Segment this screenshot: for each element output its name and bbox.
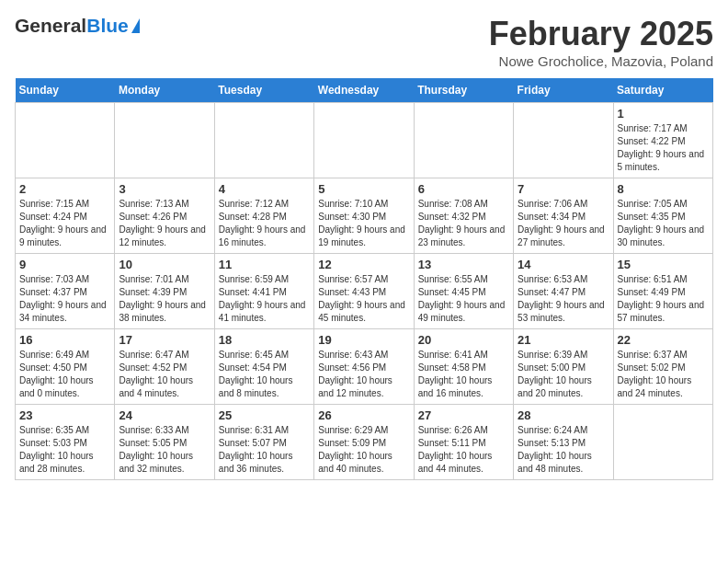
day-info: Sunrise: 7:17 AM Sunset: 4:22 PM Dayligh…	[618, 122, 709, 174]
days-of-week-row: SundayMondayTuesdayWednesdayThursdayFrid…	[16, 78, 713, 103]
day-info: Sunrise: 6:59 AM Sunset: 4:41 PM Dayligh…	[219, 273, 310, 325]
calendar-cell: 13Sunrise: 6:55 AM Sunset: 4:45 PM Dayli…	[414, 254, 513, 329]
day-info: Sunrise: 6:29 AM Sunset: 5:09 PM Dayligh…	[318, 424, 409, 476]
calendar-cell: 25Sunrise: 6:31 AM Sunset: 5:07 PM Dayli…	[214, 405, 313, 480]
calendar-cell: 8Sunrise: 7:05 AM Sunset: 4:35 PM Daylig…	[613, 178, 712, 254]
calendar-cell	[16, 103, 115, 178]
day-info: Sunrise: 7:08 AM Sunset: 4:32 PM Dayligh…	[418, 198, 509, 249]
calendar-cell: 16Sunrise: 6:49 AM Sunset: 4:50 PM Dayli…	[16, 329, 115, 405]
day-number: 22	[618, 333, 709, 347]
day-info: Sunrise: 7:13 AM Sunset: 4:26 PM Dayligh…	[119, 198, 210, 249]
calendar-cell: 17Sunrise: 6:47 AM Sunset: 4:52 PM Dayli…	[115, 329, 214, 405]
calendar-cell: 23Sunrise: 6:35 AM Sunset: 5:03 PM Dayli…	[16, 405, 115, 480]
day-number: 27	[418, 408, 509, 422]
day-info: Sunrise: 6:24 AM Sunset: 5:13 PM Dayligh…	[518, 424, 609, 476]
day-number: 9	[19, 258, 110, 271]
day-info: Sunrise: 6:33 AM Sunset: 5:05 PM Dayligh…	[119, 424, 210, 476]
day-info: Sunrise: 7:01 AM Sunset: 4:39 PM Dayligh…	[119, 273, 210, 325]
calendar-cell: 10Sunrise: 7:01 AM Sunset: 4:39 PM Dayli…	[115, 254, 214, 329]
day-info: Sunrise: 6:55 AM Sunset: 4:45 PM Dayligh…	[418, 273, 509, 325]
day-number: 13	[418, 258, 509, 271]
day-info: Sunrise: 6:31 AM Sunset: 5:07 PM Dayligh…	[219, 424, 310, 476]
calendar-cell: 27Sunrise: 6:26 AM Sunset: 5:11 PM Dayli…	[414, 405, 513, 480]
logo-blue-text: Blue	[86, 15, 129, 37]
day-number: 11	[219, 258, 310, 271]
week-row-3: 16Sunrise: 6:49 AM Sunset: 4:50 PM Dayli…	[16, 329, 713, 405]
col-header-saturday: Saturday	[613, 78, 712, 103]
calendar-cell: 28Sunrise: 6:24 AM Sunset: 5:13 PM Dayli…	[514, 405, 613, 480]
day-info: Sunrise: 7:06 AM Sunset: 4:34 PM Dayligh…	[518, 198, 609, 249]
day-info: Sunrise: 6:45 AM Sunset: 4:54 PM Dayligh…	[219, 349, 310, 400]
col-header-tuesday: Tuesday	[214, 78, 313, 103]
day-info: Sunrise: 6:57 AM Sunset: 4:43 PM Dayligh…	[318, 273, 409, 325]
calendar-cell: 26Sunrise: 6:29 AM Sunset: 5:09 PM Dayli…	[314, 405, 414, 480]
day-number: 3	[119, 182, 210, 196]
day-number: 19	[318, 333, 409, 347]
calendar-cell	[214, 103, 313, 178]
day-number: 10	[119, 258, 210, 271]
calendar-cell: 15Sunrise: 6:51 AM Sunset: 4:49 PM Dayli…	[613, 254, 712, 329]
day-number: 8	[618, 182, 709, 196]
logo-triangle-icon	[131, 18, 140, 33]
day-number: 7	[518, 182, 609, 196]
day-info: Sunrise: 6:47 AM Sunset: 4:52 PM Dayligh…	[119, 349, 210, 400]
calendar-cell: 12Sunrise: 6:57 AM Sunset: 4:43 PM Dayli…	[314, 254, 414, 329]
calendar-cell: 18Sunrise: 6:45 AM Sunset: 4:54 PM Dayli…	[214, 329, 313, 405]
calendar-cell	[115, 103, 214, 178]
calendar-cell: 7Sunrise: 7:06 AM Sunset: 4:34 PM Daylig…	[514, 178, 613, 254]
logo-general-text: General	[15, 15, 86, 37]
calendar-cell: 22Sunrise: 6:37 AM Sunset: 5:02 PM Dayli…	[613, 329, 712, 405]
calendar-cell: 9Sunrise: 7:03 AM Sunset: 4:37 PM Daylig…	[16, 254, 115, 329]
calendar-cell: 6Sunrise: 7:08 AM Sunset: 4:32 PM Daylig…	[414, 178, 513, 254]
week-row-0: 1Sunrise: 7:17 AM Sunset: 4:22 PM Daylig…	[16, 103, 713, 178]
calendar-cell: 24Sunrise: 6:33 AM Sunset: 5:05 PM Dayli…	[115, 405, 214, 480]
day-number: 25	[219, 408, 310, 422]
day-info: Sunrise: 6:39 AM Sunset: 5:00 PM Dayligh…	[518, 349, 609, 400]
day-number: 4	[219, 182, 310, 196]
col-header-wednesday: Wednesday	[314, 78, 414, 103]
calendar-cell	[514, 103, 613, 178]
calendar-header: SundayMondayTuesdayWednesdayThursdayFrid…	[16, 78, 713, 103]
calendar-cell	[613, 405, 712, 480]
day-number: 17	[119, 333, 210, 347]
day-info: Sunrise: 6:37 AM Sunset: 5:02 PM Dayligh…	[618, 349, 709, 400]
day-number: 12	[318, 258, 409, 271]
calendar-cell	[314, 103, 414, 178]
day-number: 15	[618, 258, 709, 271]
logo: General Blue	[15, 15, 140, 37]
day-number: 16	[19, 333, 110, 347]
day-number: 2	[19, 182, 110, 196]
day-info: Sunrise: 6:41 AM Sunset: 4:58 PM Dayligh…	[418, 349, 509, 400]
day-number: 21	[518, 333, 609, 347]
day-info: Sunrise: 6:49 AM Sunset: 4:50 PM Dayligh…	[19, 349, 110, 400]
week-row-2: 9Sunrise: 7:03 AM Sunset: 4:37 PM Daylig…	[16, 254, 713, 329]
header: General Blue February 2025 Nowe Grocholi…	[15, 15, 713, 69]
calendar-cell: 14Sunrise: 6:53 AM Sunset: 4:47 PM Dayli…	[514, 254, 613, 329]
calendar-title: February 2025	[489, 15, 713, 53]
calendar-cell: 2Sunrise: 7:15 AM Sunset: 4:24 PM Daylig…	[16, 178, 115, 254]
week-row-1: 2Sunrise: 7:15 AM Sunset: 4:24 PM Daylig…	[16, 178, 713, 254]
day-info: Sunrise: 6:26 AM Sunset: 5:11 PM Dayligh…	[418, 424, 509, 476]
col-header-monday: Monday	[115, 78, 214, 103]
week-row-4: 23Sunrise: 6:35 AM Sunset: 5:03 PM Dayli…	[16, 405, 713, 480]
day-info: Sunrise: 6:53 AM Sunset: 4:47 PM Dayligh…	[518, 273, 609, 325]
day-number: 14	[518, 258, 609, 271]
calendar-cell: 1Sunrise: 7:17 AM Sunset: 4:22 PM Daylig…	[613, 103, 712, 178]
day-info: Sunrise: 7:12 AM Sunset: 4:28 PM Dayligh…	[219, 198, 310, 249]
day-info: Sunrise: 6:51 AM Sunset: 4:49 PM Dayligh…	[618, 273, 709, 325]
title-area: February 2025 Nowe Grocholice, Mazovia, …	[489, 15, 713, 69]
calendar-table: SundayMondayTuesdayWednesdayThursdayFrid…	[15, 78, 713, 480]
col-header-friday: Friday	[514, 78, 613, 103]
calendar-cell: 20Sunrise: 6:41 AM Sunset: 4:58 PM Dayli…	[414, 329, 513, 405]
day-number: 23	[19, 408, 110, 422]
day-number: 26	[318, 408, 409, 422]
calendar-subtitle: Nowe Grocholice, Mazovia, Poland	[489, 53, 713, 69]
day-number: 28	[518, 408, 609, 422]
day-info: Sunrise: 7:03 AM Sunset: 4:37 PM Dayligh…	[19, 273, 110, 325]
day-info: Sunrise: 6:35 AM Sunset: 5:03 PM Dayligh…	[19, 424, 110, 476]
calendar-cell: 21Sunrise: 6:39 AM Sunset: 5:00 PM Dayli…	[514, 329, 613, 405]
calendar-cell: 5Sunrise: 7:10 AM Sunset: 4:30 PM Daylig…	[314, 178, 414, 254]
col-header-sunday: Sunday	[16, 78, 115, 103]
calendar-cell: 11Sunrise: 6:59 AM Sunset: 4:41 PM Dayli…	[214, 254, 313, 329]
calendar-cell: 3Sunrise: 7:13 AM Sunset: 4:26 PM Daylig…	[115, 178, 214, 254]
